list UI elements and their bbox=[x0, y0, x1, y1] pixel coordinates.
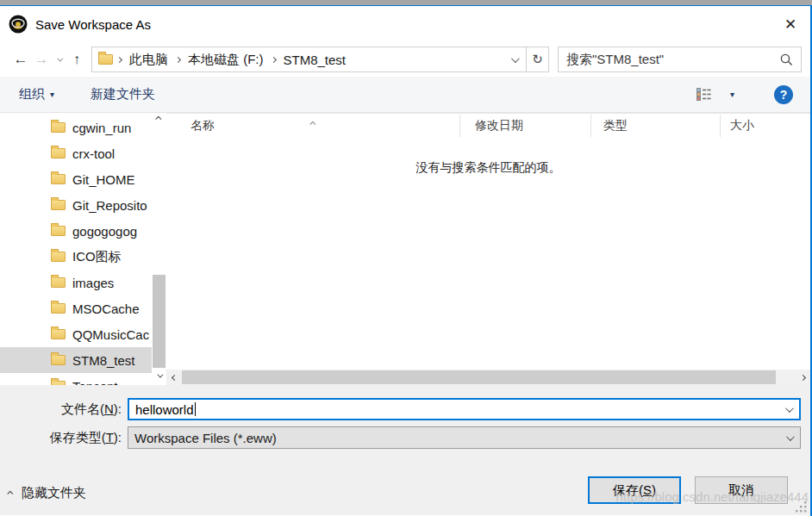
savetype-dropdown-chevron-icon[interactable] bbox=[786, 435, 800, 441]
folder-icon bbox=[51, 122, 66, 133]
collapse-chevron-icon bbox=[7, 491, 13, 497]
folder-icon bbox=[51, 355, 66, 365]
sidebar-item-cgwin-run[interactable]: cgwin_run bbox=[0, 115, 152, 140]
breadcrumb-local-disk-f[interactable]: 本地磁盘 (F:) bbox=[181, 52, 271, 68]
savetype-label: 保存类型(T): bbox=[0, 430, 128, 446]
title-bar: Save Workspace As ✕ bbox=[0, 6, 810, 42]
folder-icon bbox=[51, 277, 66, 288]
breadcrumb-separator-icon[interactable] bbox=[116, 58, 122, 62]
scroll-down-icon[interactable] bbox=[152, 374, 166, 378]
text-cursor bbox=[195, 402, 196, 416]
sidebar-item-ico[interactable]: ICO图标 bbox=[0, 244, 152, 270]
scroll-right-icon[interactable] bbox=[795, 376, 810, 380]
screen: Save Workspace As ✕ ← → ↑ 此电脑 本地磁盘 (F:) … bbox=[0, 0, 812, 516]
horizontal-scrollbar-thumb[interactable] bbox=[182, 370, 776, 384]
address-folder-icon bbox=[98, 54, 113, 65]
search-box[interactable]: 搜索"STM8_test" bbox=[558, 47, 802, 72]
fields-section: 文件名(N): helloworld 保存类型(T): Workspace Fi… bbox=[0, 385, 810, 466]
column-header-type[interactable]: 类型 bbox=[591, 115, 721, 137]
save-workspace-dialog: Save Workspace As ✕ ← → ↑ 此电脑 本地磁盘 (F:) … bbox=[0, 5, 812, 516]
organize-label: 组织 bbox=[19, 86, 45, 103]
search-input[interactable]: 搜索"STM8_test" bbox=[566, 52, 664, 68]
folder-icon bbox=[51, 329, 66, 339]
horizontal-scrollbar[interactable] bbox=[166, 370, 810, 385]
sidebar-item-stm8-test[interactable]: STM8_test bbox=[0, 347, 152, 373]
hide-folders-button[interactable]: 隐藏文件夹 bbox=[9, 485, 86, 501]
folder-icon bbox=[51, 252, 66, 262]
breadcrumb-separator-icon[interactable] bbox=[271, 58, 277, 62]
breadcrumb-this-pc[interactable]: 此电脑 bbox=[122, 52, 175, 68]
savetype-select[interactable]: Workspace Files (*.eww) bbox=[128, 426, 801, 449]
column-headers: 名称 修改日期 类型 大小 bbox=[166, 114, 810, 138]
folder-icon bbox=[51, 381, 66, 385]
scroll-up-icon[interactable] bbox=[152, 116, 166, 121]
column-header-size[interactable]: 大小 bbox=[721, 115, 810, 137]
filename-row: 文件名(N): helloworld bbox=[0, 398, 810, 420]
close-icon[interactable]: ✕ bbox=[771, 6, 810, 42]
sidebar-item-git-home[interactable]: Git_HOME bbox=[0, 166, 152, 192]
recent-locations-chevron-icon[interactable] bbox=[52, 58, 66, 62]
breadcrumb-separator-icon[interactable] bbox=[175, 58, 181, 62]
filename-label: 文件名(N): bbox=[0, 401, 128, 418]
new-folder-label: 新建文件夹 bbox=[91, 86, 155, 103]
organize-dropdown-icon: ▾ bbox=[50, 90, 54, 99]
organize-button[interactable]: 组织 ▾ bbox=[19, 86, 54, 103]
empty-search-message: 没有与搜索条件匹配的项。 bbox=[166, 160, 810, 176]
sidebar-item-msocache[interactable]: MSOCache bbox=[0, 295, 152, 321]
search-icon[interactable] bbox=[780, 53, 793, 66]
sidebar-item-gogogogog[interactable]: gogogogog bbox=[0, 218, 152, 244]
folder-icon bbox=[51, 148, 66, 159]
folder-icon bbox=[51, 303, 66, 314]
resize-grip-icon[interactable] bbox=[795, 500, 807, 513]
filename-input[interactable]: helloworld bbox=[128, 398, 801, 420]
command-toolbar: 组织 ▾ 新建文件夹 ▾ ? bbox=[0, 77, 810, 113]
sidebar-item-images[interactable]: images bbox=[0, 270, 152, 295]
breadcrumb-stm8-test[interactable]: STM8_test bbox=[277, 53, 353, 67]
scroll-left-icon[interactable] bbox=[166, 376, 182, 380]
view-dropdown-icon[interactable]: ▾ bbox=[730, 90, 734, 99]
forward-icon: → bbox=[31, 51, 52, 68]
dialog-title: Save Workspace As bbox=[35, 17, 151, 32]
details-view-icon[interactable] bbox=[696, 88, 711, 101]
cancel-button[interactable]: 取消 bbox=[695, 476, 788, 504]
sidebar-item-git-reposito[interactable]: Git_Reposito bbox=[0, 192, 152, 218]
column-header-date-modified[interactable]: 修改日期 bbox=[460, 115, 591, 137]
sidebar-scrollbar[interactable] bbox=[152, 113, 166, 385]
sidebar-item-qqmusiccac[interactable]: QQMusicCac bbox=[0, 321, 152, 347]
sidebar-item-tencent[interactable]: Tencent bbox=[0, 373, 152, 385]
sidebar-item-crx-tool[interactable]: crx-tool bbox=[0, 140, 152, 166]
address-dropdown-chevron-icon[interactable] bbox=[511, 57, 526, 63]
bottom-bar: 隐藏文件夹 保存(S) 取消 https://blog.csdn.net/fan… bbox=[0, 466, 810, 515]
folder-sidebar: cgwin_run crx-tool Git_HOME Git_Reposito… bbox=[0, 113, 152, 385]
savetype-row: 保存类型(T): Workspace Files (*.eww) bbox=[0, 426, 810, 449]
folder-icon bbox=[51, 226, 66, 236]
new-folder-button[interactable]: 新建文件夹 bbox=[91, 86, 155, 103]
back-icon[interactable]: ← bbox=[10, 51, 31, 68]
horizontal-scrollbar-track[interactable] bbox=[182, 370, 795, 385]
folder-icon bbox=[51, 200, 66, 210]
filename-dropdown-chevron-icon[interactable] bbox=[785, 407, 799, 413]
help-icon[interactable]: ? bbox=[774, 85, 793, 104]
content-area: cgwin_run crx-tool Git_HOME Git_Reposito… bbox=[0, 113, 810, 385]
save-button[interactable]: 保存(S) bbox=[588, 476, 681, 504]
folder-icon bbox=[51, 174, 66, 184]
file-list-area: 名称 修改日期 类型 大小 没有与搜索条件匹配的项。 bbox=[166, 113, 810, 385]
column-header-name[interactable]: 名称 bbox=[166, 115, 460, 137]
app-icon bbox=[9, 15, 28, 34]
up-icon[interactable]: ↑ bbox=[66, 52, 88, 67]
sort-ascending-icon bbox=[311, 115, 315, 128]
sidebar-scrollbar-thumb[interactable] bbox=[153, 275, 166, 368]
navigation-bar: ← → ↑ 此电脑 本地磁盘 (F:) STM8_test ↻ 搜索"STM8_… bbox=[0, 42, 810, 77]
refresh-icon[interactable]: ↻ bbox=[527, 47, 549, 72]
toolbar-right-group: ▾ ? bbox=[696, 85, 793, 104]
address-bar[interactable]: 此电脑 本地磁盘 (F:) STM8_test bbox=[91, 47, 527, 72]
